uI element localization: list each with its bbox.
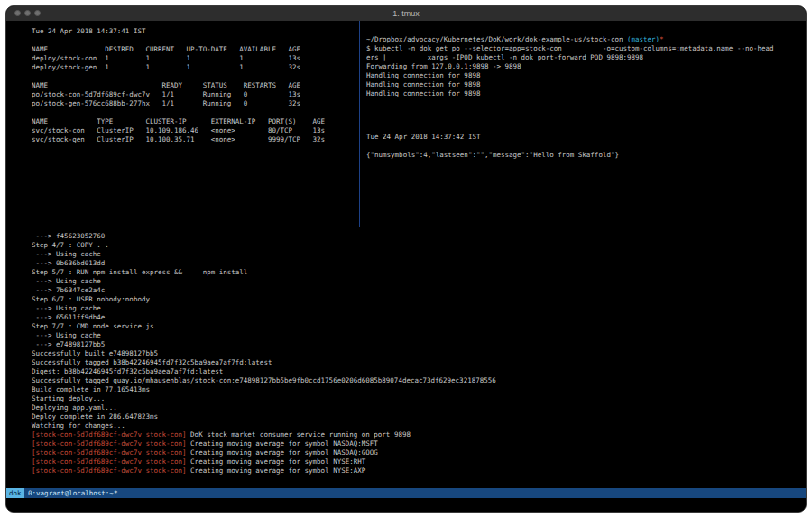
terminal-line: svc/stock-con ClusterIP 10.109.186.46 <n…	[32, 126, 355, 135]
terminal-line: Step 6/7 : USER nobody:nobody	[32, 295, 802, 304]
terminal-line: [stock-con-5d7df689cf-dwc7v stock-con] C…	[32, 449, 802, 458]
session-name[interactable]: dok	[6, 488, 24, 498]
pane-port-forward[interactable]: ~/Dropbox/advocacy/Kubernetes/DoK/work/d…	[360, 21, 806, 125]
terminal-line	[32, 108, 355, 117]
terminal-line: ---> Using cache	[32, 304, 802, 313]
terminal-line: svc/stock-gen ClusterIP 10.100.35.71 <no…	[32, 135, 355, 144]
status-left: dok 0:vagrant@localhost:~*	[6, 488, 704, 498]
terminal-line: po/stock-gen-576cc688bb-277hx 1/1 Runnin…	[32, 99, 355, 108]
terminal-line: ---> Using cache	[32, 277, 802, 286]
terminal-window: 1. tmux Tue 24 Apr 2018 14:37:41 ISTNAME…	[5, 5, 807, 513]
terminal-line: Deploy complete in 286.647823ms	[32, 412, 802, 421]
terminal-line: Starting deploy...	[32, 394, 802, 403]
terminal-line	[32, 36, 355, 45]
terminal-line: Step 5/7 : RUN npm install express && np…	[32, 268, 802, 277]
terminal-line: Handling connection for 9898	[366, 89, 802, 98]
terminal-line: Successfully built e74898127bb5	[32, 349, 802, 358]
terminal-line: po/stock-con-5d7df689cf-dwc7v 1/1 Runnin…	[32, 90, 355, 99]
terminal-line: deploy/stock-con 1 1 1 1 13s	[32, 54, 355, 63]
terminal-line: ---> 7b6347ce2a4c	[32, 286, 802, 295]
terminal-line: Successfully tagged b38b42246945fd7f32c5…	[32, 358, 802, 367]
pane-kubectl-get-output[interactable]: Tue 24 Apr 2018 14:37:41 ISTNAME DESIRED…	[6, 21, 359, 227]
terminal-line: $ kubectl -n dok get po --selector=app=s…	[366, 44, 802, 53]
terminal-line: ---> e74898127bb5	[32, 340, 802, 349]
terminal-line: ---> 65611ff9db4e	[32, 313, 802, 322]
window-title: 1. tmux	[6, 6, 806, 21]
terminal-line: NAME DESIRED CURRENT UP-TO-DATE AVAILABL…	[32, 45, 355, 54]
window-tab[interactable]: 0:vagrant@localhost:~*	[24, 488, 122, 498]
terminal-line: ---> Using cache	[32, 331, 802, 340]
status-right: minikube:default	[704, 488, 806, 498]
terminal-line: Handling connection for 9898	[366, 71, 802, 80]
terminal-line: Handling connection for 9898	[366, 80, 802, 89]
terminal-line: Tue 24 Apr 2018 14:37:42 IST	[366, 133, 802, 142]
terminal-line: Digest: b38b42246945fd7f32c5ba9aea7af7fd…	[32, 367, 802, 376]
minimize-button[interactable]	[24, 10, 31, 16]
tmux-status-bar: dok 0:vagrant@localhost:~* minikube:defa…	[6, 488, 806, 498]
terminal-line	[366, 26, 802, 35]
terminal-line: ---> 0b636bd013dd	[32, 259, 802, 268]
terminal-line: Step 4/7 : COPY . .	[32, 241, 802, 250]
terminal-line: [stock-con-5d7df689cf-dwc7v stock-con] D…	[32, 430, 802, 439]
terminal-line: [stock-con-5d7df689cf-dwc7v stock-con] C…	[32, 467, 802, 476]
terminal-line: Tue 24 Apr 2018 14:37:41 IST	[32, 27, 355, 36]
titlebar: 1. tmux	[6, 6, 806, 21]
terminal-line: deploy/stock-gen 1 1 1 1 32s	[32, 63, 355, 72]
terminal-line: ---> Using cache	[32, 250, 802, 259]
close-button[interactable]	[14, 10, 21, 16]
terminal-line	[32, 72, 355, 81]
terminal-line: ---> f45623052760	[32, 232, 802, 241]
terminal-line: ers | xargs -IPOD kubectl -n dok port-fo…	[366, 53, 802, 62]
terminal-line: [stock-con-5d7df689cf-dwc7v stock-con] C…	[32, 458, 802, 467]
zoom-button[interactable]	[34, 10, 41, 16]
traffic-lights	[14, 10, 41, 16]
terminal-line: Watching for changes...	[32, 421, 802, 430]
terminal-line: Build complete in 77.165413ms	[32, 385, 802, 394]
pane-curl-output[interactable]: Tue 24 Apr 2018 14:37:42 IST{"numsymbols…	[360, 125, 806, 227]
terminal-line: Forwarding from 127.0.0.1:9898 -> 9898	[366, 62, 802, 71]
terminal-line: NAME READY STATUS RESTARTS AGE	[32, 81, 355, 90]
terminal-line: ~/Dropbox/advocacy/Kubernetes/DoK/work/d…	[366, 35, 802, 44]
terminal-line	[366, 142, 802, 151]
pane-skaffold-log[interactable]: ---> f45623052760Step 4/7 : COPY . . ---…	[6, 227, 806, 488]
terminal-line: Deploying app.yaml...	[32, 403, 802, 412]
terminal-bottom-gap	[6, 498, 806, 512]
terminal-line: Successfully tagged quay.io/mhausenblas/…	[32, 376, 802, 385]
terminal-line: NAME TYPE CLUSTER-IP EXTERNAL-IP PORT(S)…	[32, 117, 355, 126]
terminal-line: Step 7/7 : CMD node service.js	[32, 322, 802, 331]
terminal-line: {"numsymbols":4,"lastseen":"","message":…	[366, 151, 802, 160]
terminal-line: [stock-con-5d7df689cf-dwc7v stock-con] C…	[32, 439, 802, 449]
